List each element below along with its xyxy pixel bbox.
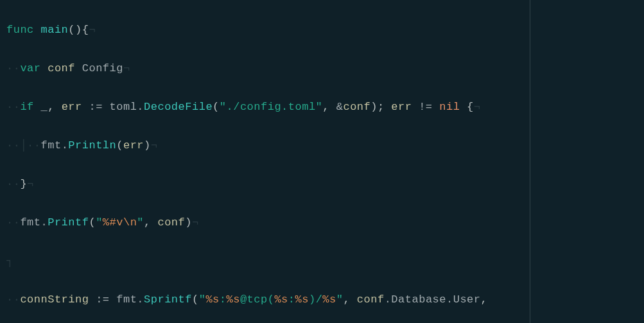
code-line: func main(){¬ [6, 21, 530, 40]
code-line: ··connString := fmt.Sprintf("%s:%s@tcp(%… [6, 290, 530, 310]
code-line: ┐ [6, 252, 530, 271]
minimap-pane [530, 0, 644, 323]
code-line: ··}¬ [6, 175, 530, 194]
code-line: ··fmt.Printf("%#v\n", conf)¬ [6, 213, 530, 232]
code-line: ··var conf Config¬ [6, 59, 530, 78]
code-line: ··│··fmt.Println(err)¬ [6, 136, 530, 155]
code-line: ··if _, err := toml.DecodeFile("./config… [6, 98, 530, 117]
code-editor[interactable]: func main(){¬ ··var conf Config¬ ··if _,… [0, 0, 530, 323]
